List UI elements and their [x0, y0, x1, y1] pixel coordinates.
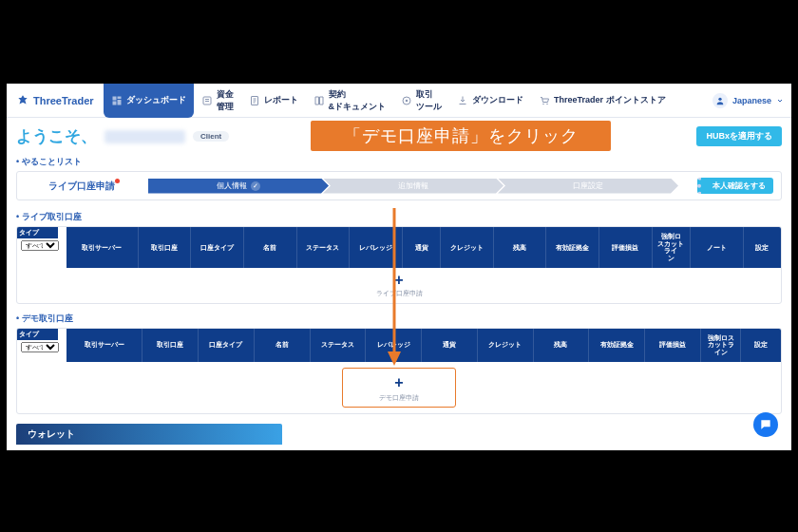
greeting: ようこそ、 Client	[16, 125, 229, 147]
section-demo-label: デモ取引口座	[7, 310, 791, 328]
chat-icon	[759, 418, 772, 431]
col-status: ステータス	[311, 329, 367, 362]
col-credit: クレジット	[441, 227, 494, 268]
nav-dashboard-label: ダッシュボード	[126, 94, 186, 106]
col-balance: 残高	[534, 329, 590, 362]
annotation-callout: 「デモ口座申請」をクリック	[311, 121, 611, 151]
hubx-apply-button[interactable]: HUBxを適用する	[696, 126, 782, 146]
live-type-select[interactable]: すべて	[21, 240, 59, 251]
add-live-caption: ライブ口座申請	[17, 289, 781, 298]
live-type-filter[interactable]: タイプ すべて	[17, 227, 66, 268]
download-icon	[457, 95, 468, 106]
nav-points-label: ThreeTrader ポイントストア	[554, 94, 666, 106]
col-leverage: レバレッジ	[366, 329, 422, 362]
svg-point-3	[406, 99, 408, 102]
brand-logo-icon	[16, 94, 29, 107]
col-pl: 評価損益	[599, 227, 653, 268]
brand-text: ThreeTrader	[33, 95, 94, 106]
col-settings: 設定	[741, 329, 781, 362]
nav-funds-label: 資金 管理	[217, 88, 234, 113]
step-personal-label: 個人情報	[217, 180, 247, 191]
contracts-icon	[314, 95, 325, 106]
nav-contracts[interactable]: 契約 &ドキュメント	[306, 84, 394, 118]
nav-download-label: ダウンロード	[472, 94, 523, 106]
language-selector[interactable]: Japanese	[712, 84, 784, 118]
col-account: 取引口座	[139, 227, 192, 268]
col-name: 名前	[244, 227, 297, 268]
col-pl: 評価損益	[645, 329, 701, 362]
demo-type-select[interactable]: すべて	[21, 342, 59, 352]
verify-identity-button[interactable]: 本人確認をする	[697, 178, 773, 194]
col-account: 取引口座	[142, 329, 199, 362]
step-account[interactable]: 口座設定	[498, 179, 678, 194]
svg-point-6	[718, 98, 721, 101]
demo-table-body: + デモ口座申請	[17, 368, 781, 408]
col-note: ノート	[691, 227, 744, 268]
todo-title: ライブ口座申請	[25, 180, 139, 193]
nav-tools-label: 取引 ツール	[416, 88, 442, 113]
stepper: 個人情報 ✓ 追加情報 口座設定	[148, 179, 678, 194]
add-live-account-button[interactable]: + ライブ口座申請	[17, 268, 781, 303]
nav-download[interactable]: ダウンロード	[449, 84, 531, 118]
plus-icon: +	[394, 272, 403, 288]
section-live-label: ライブ取引口座	[7, 208, 791, 226]
col-server: 取引サーバー	[66, 329, 142, 362]
col-currency: 通貨	[422, 329, 478, 362]
live-table-body: + ライブ口座申請	[17, 268, 781, 303]
chat-fab-button[interactable]	[753, 412, 778, 437]
col-balance: 残高	[494, 227, 547, 268]
notification-dot-icon	[115, 179, 120, 183]
nav-tools[interactable]: 取引 ツール	[393, 84, 449, 118]
col-server: 取引サーバー	[66, 227, 139, 268]
svg-point-5	[546, 103, 548, 104]
svg-point-4	[542, 103, 544, 104]
client-badge: Client	[193, 131, 229, 142]
funds-icon	[201, 95, 213, 106]
nav-contracts-label: 契約 &ドキュメント	[329, 88, 387, 113]
demo-table-header: タイプ すべて 取引サーバー 取引口座 口座タイプ 名前 ステータス レバレッジ…	[17, 329, 781, 362]
avatar-icon	[712, 93, 728, 108]
filter-label: タイプ	[17, 227, 58, 238]
report-icon	[249, 95, 260, 106]
col-leverage: レバレッジ	[350, 227, 403, 268]
check-icon: ✓	[251, 181, 260, 191]
filter-label: タイプ	[17, 329, 58, 340]
col-status: ステータス	[297, 227, 351, 268]
nav-report[interactable]: レポート	[241, 84, 306, 118]
language-label: Japanese	[732, 96, 771, 105]
todo-title-text: ライブ口座申請	[48, 180, 115, 191]
col-stopout: 強制ロス カットラ イン	[701, 329, 742, 362]
demo-type-filter[interactable]: タイプ すべて	[17, 329, 66, 362]
brand[interactable]: ThreeTrader	[7, 94, 104, 107]
col-credit: クレジット	[478, 329, 534, 362]
plus-icon: +	[394, 374, 403, 390]
col-stopout: 強制ロ スカット ライ ン	[653, 227, 691, 268]
section-todo-label: やることリスト	[7, 153, 791, 171]
wallet-header[interactable]: ウォレット	[16, 424, 282, 445]
cart-icon	[539, 95, 550, 106]
step-additional[interactable]: 追加情報	[323, 179, 504, 194]
nav-dashboard[interactable]: ダッシュボード	[104, 84, 194, 118]
nav-report-label: レポート	[264, 94, 298, 106]
todo-panel: ライブ口座申請 個人情報 ✓ 追加情報 口座設定 本人確認をする	[16, 171, 782, 200]
col-name: 名前	[255, 329, 311, 362]
add-demo-account-button[interactable]: + デモ口座申請	[342, 368, 456, 408]
live-table-header: タイプ すべて 取引サーバー 取引口座 口座タイプ 名前 ステータス レバレッジ…	[17, 227, 781, 268]
chevron-down-icon	[776, 97, 784, 104]
step-personal[interactable]: 個人情報 ✓	[148, 179, 329, 194]
demo-accounts-table: タイプ すべて 取引サーバー 取引口座 口座タイプ 名前 ステータス レバレッジ…	[16, 328, 782, 414]
dashboard-icon	[111, 95, 123, 106]
nav-points[interactable]: ThreeTrader ポイントストア	[531, 84, 674, 118]
col-margin: 有効証拠金	[589, 329, 645, 362]
col-margin: 有効証拠金	[546, 227, 599, 268]
greeting-text: ようこそ、	[16, 125, 97, 147]
col-type: 口座タイプ	[199, 329, 255, 362]
col-type: 口座タイプ	[191, 227, 244, 268]
add-demo-caption: デモ口座申請	[343, 393, 455, 403]
tools-icon	[401, 95, 412, 106]
top-nav: ThreeTrader ダッシュボード 資金 管理 レポート 契約 &ドキュメン…	[7, 84, 791, 118]
nav-funds[interactable]: 資金 管理	[194, 84, 241, 118]
user-name-redacted	[104, 130, 185, 143]
col-settings: 設定	[744, 227, 781, 268]
col-currency: 通貨	[403, 227, 441, 268]
